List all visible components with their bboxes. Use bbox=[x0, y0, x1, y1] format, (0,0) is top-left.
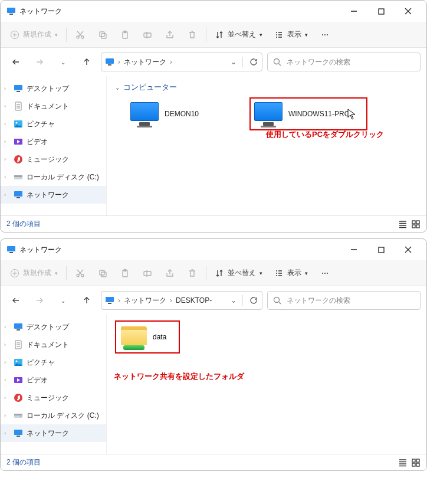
share-icon bbox=[165, 30, 175, 40]
chevron-down-icon[interactable]: ⌄ bbox=[231, 296, 237, 305]
minimize-button[interactable] bbox=[340, 2, 367, 21]
music-icon bbox=[14, 393, 23, 402]
search-box[interactable]: ネットワークの検索 bbox=[267, 53, 421, 71]
titlebar[interactable]: ネットワーク bbox=[1, 239, 426, 260]
nav-pictures[interactable]: ›ピクチャ bbox=[1, 354, 106, 371]
computer-item-demon10[interactable]: DEMON10 bbox=[127, 97, 202, 130]
back-button[interactable] bbox=[6, 291, 25, 310]
content-pane[interactable]: data ネットワーク共有を設定したフォルダ bbox=[107, 315, 426, 454]
nav-label: ドキュメント bbox=[27, 102, 69, 112]
icons-view-icon[interactable] bbox=[411, 458, 421, 467]
nav-localdisk[interactable]: ›ローカル ディスク (C:) bbox=[1, 168, 106, 186]
cursor-icon bbox=[347, 109, 357, 120]
computer-icon bbox=[130, 102, 159, 126]
rename-button[interactable] bbox=[136, 24, 159, 45]
nav-label: デスクトップ bbox=[27, 84, 69, 94]
breadcrumb-item[interactable]: ネットワーク bbox=[124, 296, 166, 306]
chevron-down-icon: ⌄ bbox=[61, 59, 65, 66]
sort-button[interactable]: 並べ替え ▾ bbox=[209, 24, 268, 45]
new-button[interactable]: 新規作成 ▾ bbox=[4, 263, 64, 284]
share-button[interactable] bbox=[159, 24, 181, 45]
breadcrumb-item[interactable]: DESKTOP- bbox=[176, 296, 212, 305]
view-button[interactable]: 表示 ▾ bbox=[268, 263, 314, 284]
nav-pane[interactable]: ›デスクトップ ›ドキュメント ›ピクチャ ›ビデオ ›ミュージック ›ローカル… bbox=[1, 315, 107, 454]
recent-button[interactable]: ⌄ bbox=[54, 53, 73, 71]
breadcrumb-item[interactable]: ネットワーク bbox=[124, 57, 166, 67]
svg-rect-69 bbox=[100, 270, 104, 275]
nav-documents[interactable]: ›ドキュメント bbox=[1, 97, 106, 115]
crumb-sep: › bbox=[170, 296, 172, 305]
forward-button[interactable] bbox=[30, 53, 49, 71]
svg-rect-88 bbox=[14, 323, 22, 329]
nav-desktop[interactable]: ›デスクトップ bbox=[1, 80, 106, 97]
address-bar[interactable]: › ネットワーク › ⌄ bbox=[101, 53, 262, 71]
nav-network[interactable]: ›ネットワーク bbox=[1, 424, 106, 442]
annotation-callout: ネットワーク共有を設定したフォルダ bbox=[114, 371, 244, 382]
maximize-button[interactable] bbox=[367, 240, 395, 259]
details-view-icon[interactable] bbox=[398, 220, 408, 229]
nav-label: ピクチャ bbox=[27, 119, 55, 129]
forward-button[interactable] bbox=[30, 291, 49, 310]
maximize-button[interactable] bbox=[367, 2, 395, 21]
paste-button[interactable] bbox=[114, 263, 136, 284]
sort-label: 並べ替え bbox=[228, 30, 256, 40]
svg-rect-56 bbox=[7, 246, 15, 251]
up-button[interactable] bbox=[77, 291, 96, 310]
back-button[interactable] bbox=[6, 53, 25, 71]
more-button[interactable] bbox=[314, 263, 336, 284]
nav-pane[interactable]: ›デスクトップ ›ドキュメント ›ピクチャ ›ビデオ ›ミュージック ›ローカル… bbox=[1, 76, 107, 215]
svg-rect-33 bbox=[17, 91, 20, 92]
share-folder-item[interactable]: data bbox=[115, 320, 180, 354]
icons-view-icon[interactable] bbox=[411, 220, 421, 229]
address-bar[interactable]: › ネットワーク › DESKTOP- ⌄ bbox=[101, 291, 262, 310]
nav-videos[interactable]: ›ビデオ bbox=[1, 371, 106, 389]
rename-icon bbox=[143, 269, 152, 278]
network-icon bbox=[14, 190, 23, 199]
details-view-icon[interactable] bbox=[398, 458, 408, 467]
rename-icon bbox=[143, 30, 152, 40]
close-button[interactable] bbox=[395, 240, 422, 259]
nav-label: ピクチャ bbox=[27, 358, 55, 368]
svg-rect-13 bbox=[100, 32, 104, 37]
nav-videos[interactable]: ›ビデオ bbox=[1, 133, 106, 150]
cut-button[interactable] bbox=[69, 24, 91, 45]
nav-music[interactable]: ›ミュージック bbox=[1, 389, 106, 407]
sort-button[interactable]: 並べ替え ▾ bbox=[209, 263, 268, 284]
svg-rect-17 bbox=[144, 33, 151, 37]
view-button[interactable]: 表示 ▾ bbox=[268, 24, 314, 45]
nav-desktop[interactable]: ›デスクトップ bbox=[1, 318, 106, 336]
rename-button[interactable] bbox=[136, 263, 159, 284]
delete-button[interactable] bbox=[181, 24, 203, 45]
cut-button[interactable] bbox=[69, 263, 91, 284]
group-header[interactable]: ⌄ コンピューター bbox=[115, 82, 418, 93]
chevron-down-icon[interactable]: ⌄ bbox=[231, 58, 237, 66]
content-pane[interactable]: ⌄ コンピューター DEMON10 WINDOWS11-PRO 使用しているPC… bbox=[107, 76, 426, 215]
nav-localdisk[interactable]: ›ローカル ディスク (C:) bbox=[1, 407, 106, 424]
paste-button[interactable] bbox=[114, 24, 136, 45]
up-button[interactable] bbox=[77, 53, 96, 71]
nav-music[interactable]: ›ミュージック bbox=[1, 150, 106, 168]
recent-button[interactable]: ⌄ bbox=[54, 291, 73, 310]
view-label: 表示 bbox=[287, 30, 301, 40]
refresh-icon[interactable] bbox=[249, 296, 258, 305]
refresh-icon[interactable] bbox=[249, 57, 258, 67]
nav-documents[interactable]: ›ドキュメント bbox=[1, 336, 106, 354]
new-button[interactable]: 新規作成 ▾ bbox=[4, 24, 64, 45]
delete-button[interactable] bbox=[181, 263, 203, 284]
nav-label: ミュージック bbox=[27, 393, 69, 403]
window-title: ネットワーク bbox=[19, 245, 62, 255]
nav-network[interactable]: ›ネットワーク bbox=[1, 186, 106, 204]
share-button[interactable] bbox=[159, 263, 181, 284]
search-box[interactable]: ネットワークの検索 bbox=[267, 291, 421, 310]
nav-pictures[interactable]: ›ピクチャ bbox=[1, 115, 106, 133]
more-button[interactable] bbox=[314, 24, 336, 45]
titlebar[interactable]: ネットワーク bbox=[1, 1, 426, 22]
videos-icon bbox=[14, 375, 23, 385]
close-button[interactable] bbox=[395, 2, 422, 21]
svg-rect-85 bbox=[108, 303, 111, 304]
chevron-down-icon: ⌄ bbox=[61, 297, 65, 304]
minimize-button[interactable] bbox=[340, 240, 367, 259]
svg-rect-89 bbox=[17, 329, 20, 330]
copy-button[interactable] bbox=[91, 24, 114, 45]
copy-button[interactable] bbox=[91, 263, 114, 284]
